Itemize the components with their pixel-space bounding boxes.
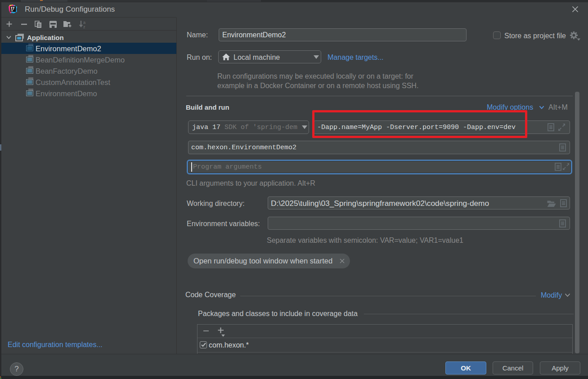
svg-text:z: z — [83, 25, 85, 29]
svg-text:a: a — [83, 20, 85, 25]
